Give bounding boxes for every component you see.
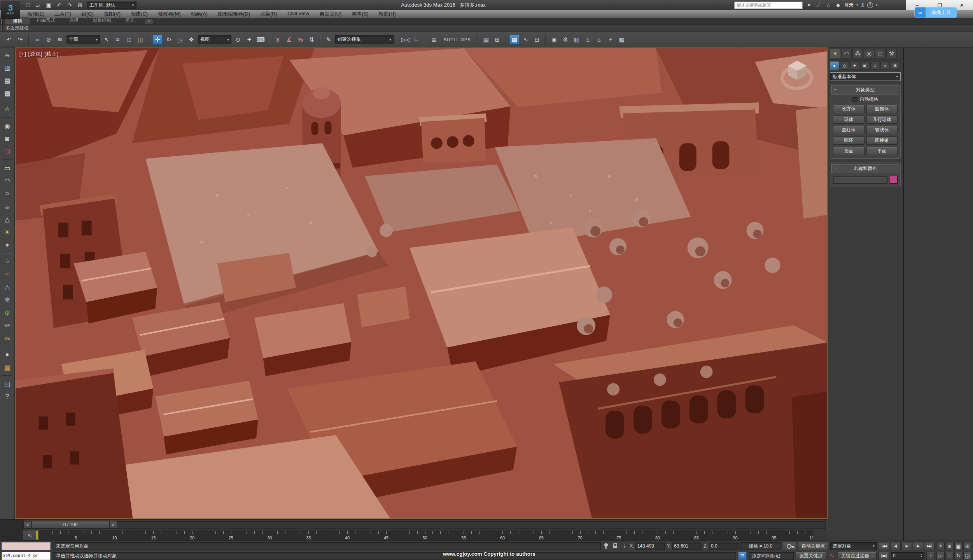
metaballs[interactable]: ∞ xyxy=(2,269,13,279)
edit-named-selection-sets[interactable]: ✎ xyxy=(324,35,334,45)
render-teapot[interactable]: ☕ xyxy=(2,50,13,60)
subtab-systems[interactable]: ✱ xyxy=(891,61,900,70)
percent-snap-toggle[interactable]: % xyxy=(295,35,305,45)
walk-through-button[interactable]: ∴ xyxy=(945,552,954,560)
menu-civil-view[interactable]: Civil View xyxy=(282,10,314,18)
current-frame-field[interactable]: 0▲▼ xyxy=(891,552,924,560)
undo-dropdown[interactable]: ↶ xyxy=(55,1,63,9)
key-filter-dropdown[interactable]: 选定对象▾ xyxy=(830,542,877,550)
material-presets[interactable]: ▩ xyxy=(2,362,13,373)
subtab-cameras[interactable]: ◙ xyxy=(860,61,869,70)
render-iterative[interactable]: ♨ xyxy=(594,35,604,45)
grass-generator[interactable]: ψ xyxy=(2,308,13,318)
use-pivot-point-center[interactable]: ⊙ xyxy=(233,35,243,45)
zoom-extents-button[interactable]: ▣ xyxy=(954,542,962,550)
unlink-selection[interactable]: ⊘ xyxy=(44,35,54,45)
previous-frame-button[interactable]: ◀| xyxy=(890,542,901,550)
ribbon-tab-object-paint[interactable]: 对象绘制 xyxy=(86,17,118,24)
add-time-tag[interactable]: 添加时间标记 xyxy=(749,552,794,560)
project-folder[interactable]: ⊞ xyxy=(76,1,84,9)
object-name-field[interactable] xyxy=(833,176,887,184)
rendered-frame-window[interactable]: ▥ xyxy=(572,35,582,45)
perspective-viewport[interactable]: [+] [透视] [粘土] xyxy=(15,47,828,519)
camera-screen[interactable]: ◙ xyxy=(2,134,13,144)
orbit-button[interactable]: ↻ xyxy=(954,552,962,560)
select-and-manipulate[interactable]: ✦ xyxy=(244,35,254,45)
spinner-arrows-icon[interactable]: ▲▼ xyxy=(920,554,922,558)
adaptive-degradation-icon[interactable] xyxy=(603,542,610,550)
object-category-dropdown[interactable]: 标准基本体 ▾ xyxy=(830,72,901,81)
light-lister[interactable]: ⌾ xyxy=(2,105,13,115)
open-mini-curve-editor-button[interactable]: ∿ xyxy=(23,530,37,541)
open-file[interactable]: ▱ xyxy=(34,1,42,9)
application-menu-button[interactable]: 3 MAX xyxy=(1,1,20,19)
render-settings[interactable]: ▦ xyxy=(2,88,13,98)
subtab-helpers[interactable]: ⌗ xyxy=(870,61,879,70)
chevron-down-icon[interactable]: ▾ xyxy=(876,3,878,7)
curve-editor[interactable]: ∿ xyxy=(521,35,531,45)
viewcube[interactable] xyxy=(779,58,816,96)
zoom-button[interactable]: ⌖ xyxy=(936,542,945,550)
go-to-end-button[interactable]: ▶▶| xyxy=(924,542,934,550)
keyboard-shortcut-override[interactable]: ⌨ xyxy=(256,35,266,45)
select-and-rotate[interactable]: ↻ xyxy=(164,35,174,45)
dome-light[interactable]: ◠ xyxy=(2,176,13,186)
ribbon-config-dropdown[interactable]: ▾ xyxy=(145,19,153,24)
menu-rendering[interactable]: 渲染(R) xyxy=(255,10,282,18)
plane-light[interactable]: ▭ xyxy=(2,163,13,173)
menu-graph-editors[interactable]: 图形编辑器(D) xyxy=(213,10,255,18)
projection-helper[interactable]: △ xyxy=(2,282,13,292)
activeshade[interactable]: ⚡ xyxy=(606,35,616,45)
time-slider-track[interactable]: < 0 / 100 > xyxy=(23,521,826,529)
manage-layers[interactable]: ≣ xyxy=(429,35,439,45)
go-to-start-button[interactable]: |◀◀ xyxy=(879,542,889,550)
new-file[interactable]: □ xyxy=(23,1,32,9)
object-color-swatch[interactable] xyxy=(890,176,898,184)
render-dialog[interactable]: ▤ xyxy=(2,75,13,86)
spinner-snap-toggle[interactable]: ⇅ xyxy=(306,35,317,45)
communication-center-icon[interactable]: ☄ xyxy=(815,2,822,8)
ribbon-panel-label[interactable]: 多边形建模 xyxy=(5,25,29,32)
rollout-header[interactable]: − 名称和颜色 xyxy=(831,164,899,173)
zoom-all-button[interactable]: ⊕ xyxy=(945,542,954,550)
sphere-light[interactable]: ○ xyxy=(2,189,13,199)
auto-key-button[interactable]: 自动关键点 xyxy=(798,542,828,550)
angle-snap-toggle[interactable]: ∡ xyxy=(284,35,294,45)
workspace-dropdown[interactable]: 工作区: 默认 ▾ xyxy=(87,2,136,9)
teapot-button[interactable]: 茶壶 xyxy=(833,147,864,155)
exchange-icon[interactable]: X xyxy=(861,2,864,8)
tab-utilities[interactable]: ⚒ xyxy=(886,49,897,58)
selection-lock-icon[interactable] xyxy=(612,542,619,550)
maxscript-mini-listener-input[interactable]: bTM.count=4 pr xyxy=(2,552,51,560)
redo-dropdown[interactable]: ↷ xyxy=(65,1,74,9)
cone-light[interactable]: △ xyxy=(2,214,13,224)
ribbon-tab-selection[interactable]: 选择 xyxy=(62,17,86,24)
zoom-extents-all-button[interactable]: ⊞ xyxy=(963,542,971,550)
menu-modifiers[interactable]: 修改器(M) xyxy=(153,10,186,18)
toolbar-grip[interactable] xyxy=(1,26,3,31)
favorites-star-icon[interactable]: ☆ xyxy=(825,2,832,8)
align[interactable]: ⊨ xyxy=(412,35,422,45)
set-keys-button[interactable]: 设置关键点 xyxy=(796,552,826,560)
chevron-down-icon[interactable]: ▾ xyxy=(856,3,858,7)
subtab-lights[interactable]: ✦ xyxy=(850,61,859,70)
wire-teapot[interactable]: ☕ xyxy=(2,201,13,212)
subtab-shapes[interactable]: ◇ xyxy=(840,61,849,70)
snaps-toggle-3d[interactable]: 3 xyxy=(273,35,283,45)
track-bar-ruler[interactable]: 0510152025303540455055606570758085909510… xyxy=(37,530,813,541)
mirror[interactable]: ▷◁ xyxy=(401,35,411,45)
rectangular-selection-region[interactable]: □ xyxy=(124,35,134,45)
physical-camera[interactable]: ❍ xyxy=(2,147,13,157)
tab-motion[interactable]: ◎ xyxy=(864,49,874,58)
camera[interactable]: ◉ xyxy=(2,121,13,131)
select-and-move[interactable]: ✛ xyxy=(152,35,163,45)
subtab-space-warps[interactable]: ≈ xyxy=(880,61,889,70)
next-frame-button[interactable]: |▶ xyxy=(913,542,923,550)
graphite-ribbon-toggle[interactable]: ▤ xyxy=(481,35,491,45)
tab-display[interactable]: □ xyxy=(875,49,886,58)
cylinder-button[interactable]: 圆柱体 xyxy=(833,126,864,134)
torus-button[interactable]: 圆环 xyxy=(833,136,864,145)
transform-gizmo-icon[interactable] xyxy=(621,542,628,550)
key-filters-button[interactable]: 关键点过滤器... xyxy=(838,552,877,560)
toggle-scene-explorer[interactable]: ▦ xyxy=(509,35,520,45)
